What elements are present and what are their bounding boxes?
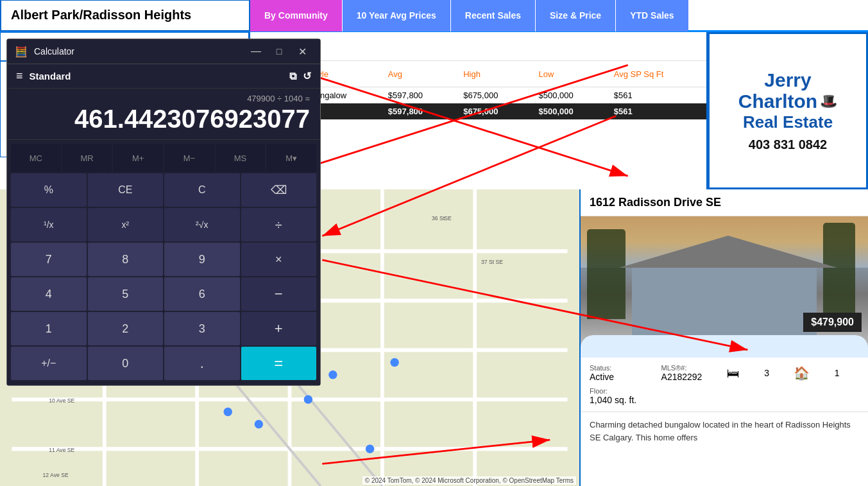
- mls-value: A2182292: [661, 372, 722, 382]
- svg-text:12 Ave SE: 12 Ave SE: [43, 472, 69, 478]
- svg-text:36 St: 36 St: [432, 215, 445, 221]
- nav-by-community[interactable]: By Community: [250, 0, 343, 31]
- calc-mode: Standard: [30, 71, 71, 82]
- calc-c-button[interactable]: C: [164, 173, 240, 207]
- calc-decimal-button[interactable]: .: [164, 347, 240, 380]
- calc-1-button[interactable]: 1: [11, 312, 87, 345]
- calc-add-button[interactable]: +: [241, 312, 317, 345]
- svg-text:SE: SE: [444, 215, 452, 221]
- calc-2-button[interactable]: 2: [88, 312, 164, 345]
- calc-0-button[interactable]: 0: [88, 347, 164, 380]
- calc-percent-button[interactable]: %: [11, 173, 87, 207]
- calc-ms-button[interactable]: MS: [216, 144, 266, 172]
- col-high: High: [457, 61, 532, 87]
- calc-4-button[interactable]: 4: [11, 277, 87, 311]
- calc-ce-button[interactable]: CE: [88, 173, 164, 207]
- svg-text:37 St SE: 37 St SE: [481, 259, 503, 265]
- baths-value: 1: [835, 368, 859, 378]
- calc-equals-button[interactable]: =: [241, 347, 317, 380]
- listing-image: $479,900: [581, 216, 868, 358]
- svg-point-22: [304, 395, 312, 404]
- calc-7-button[interactable]: 7: [11, 243, 87, 276]
- calc-8-button[interactable]: 8: [88, 243, 164, 276]
- calc-close-button[interactable]: ✕: [292, 43, 312, 60]
- snap-icon[interactable]: ⧉: [289, 71, 296, 82]
- calc-result: 461.4423076923077: [17, 103, 310, 134]
- calc-icon: 🧮: [15, 46, 28, 58]
- status-value: Active: [590, 372, 656, 382]
- brand-charlton: Charlton: [738, 91, 817, 112]
- calc-6-button[interactable]: 6: [164, 277, 240, 311]
- calc-title: Calculator: [34, 46, 74, 56]
- hat-icon: 🎩: [820, 93, 837, 110]
- status-label: Status:: [590, 364, 656, 372]
- nav-ytd-sales[interactable]: YTD Sales: [616, 0, 688, 31]
- calc-mminus-button[interactable]: M−: [164, 144, 214, 172]
- nav-size-price[interactable]: Size & Price: [536, 0, 616, 31]
- svg-point-25: [224, 408, 232, 416]
- calc-mview-button[interactable]: M▾: [266, 144, 316, 172]
- brand-phone: 403 831 0842: [749, 137, 827, 152]
- calc-backspace-button[interactable]: ⌫: [241, 173, 317, 207]
- calc-subtract-button[interactable]: −: [241, 277, 317, 311]
- floor-value: 1,040 sq. ft.: [590, 395, 656, 405]
- calc-reciprocal-button[interactable]: ¹/x: [11, 208, 87, 241]
- nav-recent-sales[interactable]: Recent Sales: [451, 0, 536, 31]
- calc-divide-button[interactable]: ÷: [241, 208, 317, 241]
- listing-address: 1612 Radisson Drive SE: [581, 189, 868, 216]
- history-icon[interactable]: ↺: [303, 70, 311, 82]
- calc-mr-button[interactable]: MR: [62, 144, 112, 172]
- calc-expression: 479900 ÷ 1040 =: [17, 94, 310, 103]
- listing-description: Charming detached bungalow located in th…: [581, 412, 868, 450]
- branding-panel: Jerry Charlton 🎩 Real Estate 403 831 084…: [708, 32, 868, 189]
- calc-9-button[interactable]: 9: [164, 243, 240, 276]
- nav-10year[interactable]: 10 Year Avg Prices: [343, 0, 451, 31]
- calc-3-button[interactable]: 3: [164, 312, 240, 345]
- brand-jerry: Jerry: [764, 69, 811, 91]
- svg-point-21: [328, 370, 337, 379]
- calc-mplus-button[interactable]: M+: [113, 144, 163, 172]
- calc-sqrt-button[interactable]: ²√x: [164, 208, 240, 241]
- calc-square-button[interactable]: x²: [88, 208, 164, 241]
- floor-label: Floor:: [590, 387, 656, 395]
- brand-realestate: Real Estate: [743, 112, 833, 132]
- svg-point-26: [390, 358, 398, 367]
- col-avg: Avg: [382, 61, 457, 87]
- listing-price-badge: $479,900: [803, 313, 862, 332]
- calc-5-button[interactable]: 5: [88, 277, 164, 311]
- calc-minimize-button[interactable]: —: [246, 43, 266, 60]
- bed-icon: 🛏: [727, 366, 759, 381]
- bath-icon: 🏠: [794, 365, 829, 381]
- map-attribution: © 2024 TomTom, © 2024 Microsoft Corporat…: [362, 476, 576, 485]
- calc-negate-button[interactable]: +/−: [11, 347, 87, 380]
- beds-value: 3: [764, 368, 788, 378]
- svg-point-24: [255, 420, 263, 428]
- calc-restore-button[interactable]: □: [269, 43, 289, 60]
- hamburger-icon[interactable]: ≡: [16, 69, 23, 83]
- svg-text:11 Ave SE: 11 Ave SE: [49, 447, 74, 453]
- app-title: Albert Park/Radisson Heights: [0, 0, 250, 31]
- svg-point-23: [366, 445, 374, 453]
- calc-multiply-button[interactable]: ×: [241, 243, 317, 276]
- calculator[interactable]: 🧮 Calculator — □ ✕ ≡ Standard ⧉ ↺ 479900…: [6, 39, 321, 386]
- col-low: Low: [532, 61, 607, 87]
- calc-mc-button[interactable]: MC: [11, 144, 61, 172]
- col-avgsp: Avg SP Sq Ft: [608, 61, 706, 87]
- svg-text:10 Ave SE: 10 Ave SE: [49, 397, 74, 404]
- listing-panel: 1612 Radisson Drive SE $479,900: [579, 189, 868, 486]
- mls-label: MLS®#:: [661, 364, 722, 372]
